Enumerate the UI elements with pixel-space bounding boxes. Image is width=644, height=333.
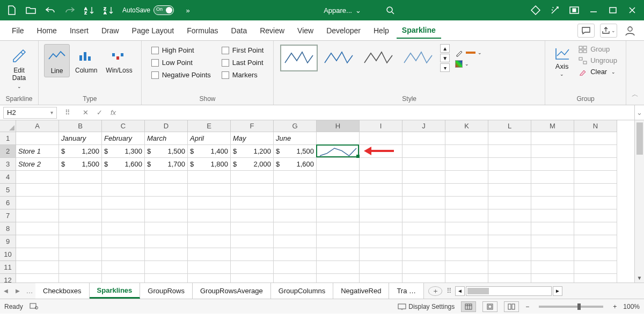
search-icon[interactable]	[380, 2, 400, 18]
cell[interactable]	[574, 171, 617, 184]
cell[interactable]	[574, 145, 617, 158]
cell[interactable]	[574, 184, 617, 197]
cell[interactable]	[145, 274, 188, 283]
cell[interactable]	[231, 209, 274, 222]
cell[interactable]	[145, 261, 188, 274]
style-thumb-3[interactable]	[360, 45, 397, 71]
ungroup-button[interactable]: Ungroup	[579, 56, 617, 64]
tab-developer[interactable]: Developer	[321, 23, 366, 38]
edit-data-button[interactable]: Edit Data⌄	[5, 44, 33, 91]
row-header[interactable]: 5	[0, 184, 16, 197]
cell[interactable]	[59, 235, 102, 248]
cell[interactable]	[59, 248, 102, 261]
column-header[interactable]: F	[231, 120, 274, 132]
cell[interactable]	[488, 209, 531, 222]
close-icon[interactable]	[623, 2, 642, 18]
row-header[interactable]: 2	[0, 145, 16, 158]
cell[interactable]	[531, 248, 574, 261]
cell[interactable]: $1,500	[145, 145, 188, 158]
cancel-formula-icon[interactable]: ✕	[78, 108, 92, 117]
cell[interactable]	[274, 209, 317, 222]
cell[interactable]	[574, 261, 617, 274]
cell[interactable]	[16, 209, 59, 222]
cell[interactable]	[360, 171, 402, 184]
cell[interactable]	[360, 184, 402, 197]
cell[interactable]	[402, 274, 445, 283]
comments-icon[interactable]	[577, 24, 595, 38]
column-header[interactable]: L	[488, 120, 531, 132]
cell[interactable]	[188, 171, 231, 184]
cell[interactable]	[274, 222, 317, 235]
cell[interactable]	[102, 171, 145, 184]
cell[interactable]	[188, 184, 231, 197]
cell[interactable]	[360, 274, 402, 283]
cell[interactable]	[574, 197, 617, 209]
cell[interactable]	[488, 222, 531, 235]
cell[interactable]	[574, 248, 617, 261]
cell[interactable]	[402, 145, 445, 158]
sheet-tab[interactable]: GroupColumns	[271, 283, 333, 299]
style-scroll-up-icon[interactable]: ▲	[440, 44, 450, 53]
cell[interactable]	[188, 222, 231, 235]
cell[interactable]	[574, 235, 617, 248]
cell[interactable]	[231, 274, 274, 283]
tab-data[interactable]: Data	[226, 23, 253, 38]
cell[interactable]	[531, 158, 574, 171]
add-sheet-button[interactable]: ＋	[428, 286, 442, 296]
cell[interactable]	[445, 171, 488, 184]
account-icon[interactable]	[623, 24, 638, 38]
horizontal-scrollbar[interactable]	[466, 286, 552, 296]
cell[interactable]	[16, 197, 59, 209]
cell[interactable]	[488, 248, 531, 261]
cell[interactable]	[145, 222, 188, 235]
cell[interactable]	[531, 132, 574, 145]
column-header[interactable]: M	[531, 120, 574, 132]
cell[interactable]	[145, 171, 188, 184]
view-page-layout-icon[interactable]	[482, 301, 497, 312]
cell[interactable]	[102, 235, 145, 248]
cell[interactable]	[16, 171, 59, 184]
namebox-options-icon[interactable]: ⠿	[59, 108, 76, 117]
document-title[interactable]: Appare...	[324, 6, 352, 15]
cell[interactable]	[59, 184, 102, 197]
cell[interactable]	[102, 184, 145, 197]
cell[interactable]: April	[188, 132, 231, 145]
cell[interactable]	[59, 171, 102, 184]
cell[interactable]	[402, 158, 445, 171]
cell[interactable]	[231, 171, 274, 184]
cell[interactable]	[402, 209, 445, 222]
column-header[interactable]: G	[274, 120, 317, 132]
sheet-options-icon[interactable]: ⠿	[447, 287, 452, 295]
cell[interactable]	[445, 132, 488, 145]
style-gallery-more-icon[interactable]: ▾	[440, 63, 450, 72]
cell[interactable]	[531, 171, 574, 184]
cell[interactable]	[274, 235, 317, 248]
cell[interactable]	[145, 235, 188, 248]
group-button[interactable]: Group	[579, 45, 617, 53]
cell[interactable]	[102, 261, 145, 274]
zoom-level[interactable]: 100%	[623, 303, 640, 310]
cell[interactable]	[274, 261, 317, 274]
sort-desc-icon[interactable]: ZA	[99, 2, 118, 18]
cell[interactable]	[16, 235, 59, 248]
cell[interactable]	[274, 274, 317, 283]
cell[interactable]	[16, 222, 59, 235]
column-header[interactable]: J	[402, 120, 445, 132]
row-header[interactable]: 12	[0, 274, 16, 283]
cell[interactable]: Store 1	[16, 145, 59, 158]
cell[interactable]: $1,300	[102, 145, 145, 158]
cell[interactable]	[574, 222, 617, 235]
tab-sparkline[interactable]: Sparkline	[397, 23, 441, 39]
cell[interactable]	[274, 184, 317, 197]
chk-markers[interactable]: Markers	[222, 71, 264, 79]
cell[interactable]	[274, 248, 317, 261]
tab-insert[interactable]: Insert	[64, 23, 94, 38]
open-file-icon[interactable]	[21, 2, 41, 18]
magic-icon[interactable]	[545, 2, 565, 18]
cell[interactable]	[402, 261, 445, 274]
cell[interactable]	[360, 222, 402, 235]
cell[interactable]	[317, 158, 360, 171]
cell[interactable]	[445, 145, 488, 158]
cell[interactable]: Store 2	[16, 158, 59, 171]
cell[interactable]	[445, 274, 488, 283]
